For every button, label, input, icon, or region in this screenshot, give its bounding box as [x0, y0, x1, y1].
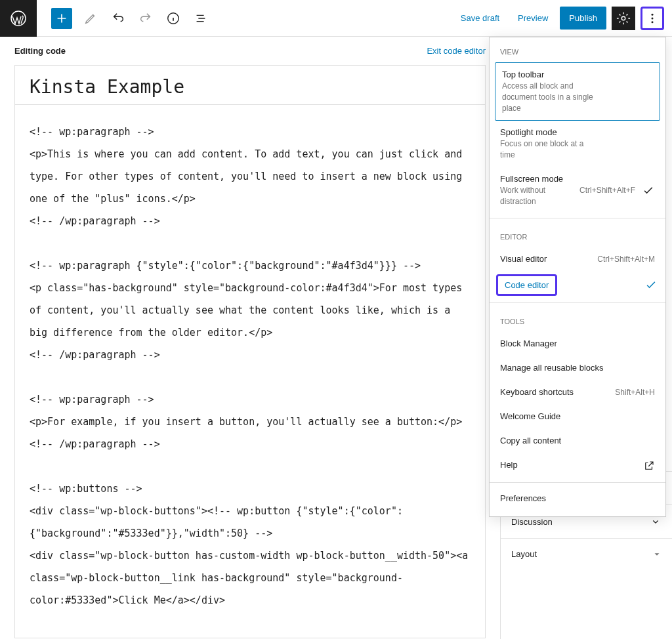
menu-item-fullscreen-mode[interactable]: Fullscreen mode Work without distraction…: [490, 167, 665, 214]
svg-point-4: [652, 17, 654, 19]
menu-item-welcome-guide[interactable]: Welcome Guide: [490, 405, 665, 429]
menu-item-title: Block Manager: [500, 339, 557, 348]
save-draft-button[interactable]: Save draft: [454, 8, 506, 28]
menu-item-shortcut: Ctrl+Shift+Alt+F: [579, 186, 635, 195]
menu-section-tools: TOOLS: [490, 307, 665, 332]
menu-item-shortcut: Ctrl+Shift+Alt+M: [597, 255, 655, 264]
undo-icon: [111, 11, 125, 26]
menu-item-block-manager[interactable]: Block Manager: [490, 332, 665, 356]
menu-item-title: Welcome Guide: [500, 411, 560, 421]
menu-item-spotlight-mode[interactable]: Spotlight mode Focus on one block at a t…: [490, 121, 665, 167]
panel-layout[interactable]: Layout: [501, 538, 672, 569]
pencil-icon: [83, 11, 98, 26]
menu-item-visual-editor[interactable]: Visual editor Ctrl+Shift+Alt+M: [490, 247, 665, 272]
plus-icon: [54, 11, 69, 26]
panel-label: Discussion: [511, 517, 553, 527]
panel-label: Layout: [511, 549, 537, 559]
menu-section-editor: EDITOR: [490, 222, 665, 247]
menu-item-title: Code editor: [496, 274, 557, 296]
menu-item-keyboard-shortcuts[interactable]: Keyboard shortcuts Shift+Alt+H: [490, 381, 665, 405]
menu-item-help[interactable]: Help: [490, 453, 665, 478]
menu-item-reusable-blocks[interactable]: Manage all reusable blocks: [490, 356, 665, 381]
settings-button[interactable]: [612, 7, 635, 30]
external-link-icon: [643, 460, 655, 472]
code-editor-column: Editing code Exit code editor Kinsta Exa…: [0, 37, 500, 639]
editing-code-label: Editing code: [14, 46, 66, 56]
chevron-down-icon: [650, 516, 662, 527]
menu-item-title: Fullscreen mode: [500, 174, 579, 184]
check-icon: [642, 184, 655, 197]
menu-item-desc: Work without distraction: [500, 185, 579, 207]
code-editor-header: Editing code Exit code editor: [14, 37, 486, 65]
wp-logo-button[interactable]: [0, 0, 37, 37]
editor-top-toolbar: Save draft Preview Publish: [0, 0, 672, 37]
more-options-menu: VIEW Top toolbar Access all block and do…: [489, 37, 666, 517]
more-options-button[interactable]: [640, 7, 664, 30]
info-icon: [166, 11, 180, 26]
edit-mode-button[interactable]: [79, 7, 102, 30]
post-title-input[interactable]: Kinsta Example: [15, 66, 485, 105]
redo-icon: [138, 11, 153, 26]
preview-button[interactable]: Preview: [511, 8, 555, 28]
wordpress-icon: [10, 10, 26, 26]
menu-item-title: Help: [500, 460, 637, 470]
menu-item-code-editor[interactable]: Code editor: [490, 272, 665, 299]
menu-item-title: Spotlight mode: [500, 127, 655, 137]
svg-point-3: [652, 13, 654, 15]
list-icon: [194, 11, 208, 26]
menu-item-title: Preferences: [500, 493, 546, 503]
menu-item-desc: Access all block and document tools in a…: [502, 81, 600, 113]
post-code-textarea[interactable]: <!-- wp:paragraph --> <p>This is where y…: [15, 105, 485, 638]
add-block-button[interactable]: [51, 8, 72, 29]
check-icon: [644, 278, 658, 291]
menu-item-preferences[interactable]: Preferences: [490, 487, 665, 511]
undo-button[interactable]: [106, 7, 130, 30]
gear-icon: [616, 11, 631, 26]
menu-item-desc: Focus on one block at a time: [500, 138, 598, 161]
toolbar-left-group: [37, 7, 213, 30]
outline-button[interactable]: [189, 7, 213, 30]
menu-item-copy-all[interactable]: Copy all content: [490, 429, 665, 453]
svg-point-2: [621, 16, 625, 20]
menu-item-title: Keyboard shortcuts: [500, 387, 615, 397]
menu-item-title: Manage all reusable blocks: [500, 363, 604, 373]
publish-button[interactable]: Publish: [560, 7, 606, 30]
redo-button[interactable]: [134, 7, 158, 30]
menu-item-title: Copy all content: [500, 436, 561, 445]
code-editor-box: Kinsta Example <!-- wp:paragraph --> <p>…: [14, 65, 486, 638]
svg-point-5: [652, 21, 654, 23]
caret-down-icon: [652, 550, 662, 559]
menu-item-title: Top toolbar: [502, 70, 653, 79]
toolbar-right-group: Save draft Preview Publish: [454, 7, 664, 30]
more-vertical-icon: [646, 12, 659, 25]
menu-item-top-toolbar[interactable]: Top toolbar Access all block and documen…: [495, 62, 660, 121]
info-button[interactable]: [161, 7, 185, 30]
exit-code-editor-link[interactable]: Exit code editor: [427, 46, 486, 56]
menu-item-title: Visual editor: [500, 254, 597, 264]
menu-item-shortcut: Shift+Alt+H: [615, 388, 655, 397]
menu-section-view: VIEW: [490, 37, 665, 62]
